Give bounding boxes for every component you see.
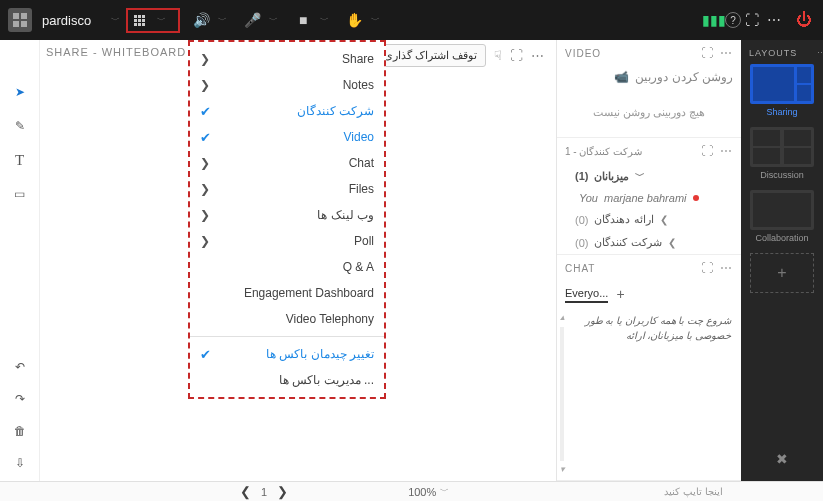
chevron-right-icon: ❯ xyxy=(198,182,212,196)
maximize-icon[interactable]: ⛶ xyxy=(701,261,714,275)
layout-collaboration-thumb[interactable] xyxy=(750,190,814,230)
pointer-icon[interactable]: ☟ xyxy=(494,48,502,63)
dd-label: Video xyxy=(222,130,374,144)
dd-label: Video Telephony xyxy=(222,312,374,326)
rectangle-tool[interactable]: ▭ xyxy=(10,184,30,204)
layouts-more-icon[interactable]: ⋯ xyxy=(817,48,823,58)
more-icon[interactable]: ⋯ xyxy=(720,261,733,275)
more-icon[interactable]: ⋯ xyxy=(720,46,733,60)
chevron-right-icon: ❯ xyxy=(198,52,212,66)
pencil-tool[interactable]: ✎ xyxy=(10,116,30,136)
chat-add-tab[interactable]: + xyxy=(616,286,624,302)
layouts-title: LAYOUTS xyxy=(749,48,797,58)
signal-icon[interactable]: ▮▮▮ xyxy=(703,12,725,28)
help-icon[interactable]: ? xyxy=(725,12,741,28)
brand-name[interactable]: pardisco xyxy=(42,13,91,28)
svg-rect-3 xyxy=(21,21,27,27)
check-icon: ✔ xyxy=(198,104,212,119)
stop-sharing-button[interactable]: توقف اشتراک گذاری xyxy=(375,44,486,67)
dd-poll[interactable]: ❯Poll xyxy=(190,228,384,254)
dd-label: Chat xyxy=(222,156,374,170)
dd-files[interactable]: ❯Files xyxy=(190,176,384,202)
hosts-count: (1) xyxy=(575,170,588,182)
chat-tab-everyone[interactable]: Everyo... xyxy=(565,285,608,303)
layout-sharing-thumb[interactable] xyxy=(750,64,814,104)
camera-chevron-icon[interactable]: ﹀ xyxy=(320,14,329,27)
whiteboard-title: SHARE - WHITEBOARD xyxy=(46,46,186,58)
dd-weblinks[interactable]: ❯وب لینک ها xyxy=(190,202,384,228)
dropdown-separator xyxy=(190,336,384,337)
layout-discussion-label[interactable]: Discussion xyxy=(760,170,804,180)
chat-scrollbar[interactable]: ▴▾ xyxy=(559,311,565,476)
turn-on-camera-button[interactable]: 📹 روشن کردن دوربین xyxy=(557,66,741,88)
hosts-row[interactable]: ﹀ میزبانان (1) xyxy=(557,164,741,188)
pods-menu-button[interactable]: ﹀ xyxy=(126,8,180,33)
participants-label: شرکت کنندگان xyxy=(594,236,661,249)
chat-title: CHAT xyxy=(565,263,695,274)
mic-icon[interactable]: 🎤 xyxy=(241,12,263,28)
speaker-chevron-icon[interactable]: ﹀ xyxy=(218,14,227,27)
page-number: 1 xyxy=(261,486,267,498)
layout-discussion-thumb[interactable] xyxy=(750,127,814,167)
dd-video[interactable]: ✔Video xyxy=(190,124,384,150)
video-panel: VIDEO ⛶ ⋯ 📹 روشن کردن دوربین هیچ دوربینی… xyxy=(557,40,741,138)
pods-chevron-icon: ﹀ xyxy=(157,14,166,27)
undo-icon[interactable]: ↶ xyxy=(10,357,30,377)
pods-dropdown: ❯Share ❯Notes ✔شرکت کنندگان ✔Video ❯Chat… xyxy=(188,40,386,399)
layout-sharing-label[interactable]: Sharing xyxy=(766,107,797,117)
layouts-settings-icon[interactable]: ✖ xyxy=(768,443,796,475)
user-you: You xyxy=(579,192,598,204)
next-page-button[interactable]: ❯ xyxy=(277,484,288,499)
trash-icon[interactable]: 🗑 xyxy=(10,421,30,441)
cam-on-label: روشن کردن دوربین xyxy=(635,70,733,84)
dd-change-layout[interactable]: ✔تغییر چیدمان باکس ها xyxy=(190,341,384,367)
layout-collaboration-label[interactable]: Collaboration xyxy=(755,233,808,243)
more-icon[interactable]: ⋯ xyxy=(720,144,733,158)
svg-rect-1 xyxy=(21,13,27,19)
participants-row[interactable]: ❯ شرکت کنندگان (0) xyxy=(557,231,741,254)
more-icon[interactable]: ⋯ xyxy=(763,12,785,28)
prev-page-button[interactable]: ❮ xyxy=(240,484,251,499)
text-tool[interactable]: T xyxy=(10,150,30,170)
zoom-value[interactable]: 100% xyxy=(408,486,436,498)
maximize-icon[interactable]: ⛶ xyxy=(510,48,523,63)
whiteboard-area[interactable]: SHARE - WHITEBOARD توقف اشتراک گذاری ☟ ⛶… xyxy=(40,40,556,481)
brand-chevron-icon[interactable]: ﹀ xyxy=(111,14,120,27)
camera-icon[interactable]: ■ xyxy=(292,12,314,28)
dd-manage-pods[interactable]: ❯مدیریت باکس ها ... xyxy=(190,367,384,393)
hand-icon[interactable]: ✋ xyxy=(343,12,365,28)
app-logo[interactable] xyxy=(8,8,32,32)
presenters-row[interactable]: ❯ ارائه دهندگان (0) xyxy=(557,208,741,231)
fullscreen-icon[interactable]: ⛶ xyxy=(741,12,763,28)
power-icon[interactable]: ⏻ xyxy=(793,11,815,29)
add-layout-button[interactable]: + xyxy=(750,253,814,293)
chevron-right-icon: ❯ xyxy=(198,78,212,92)
dd-share[interactable]: ❯Share xyxy=(190,46,384,72)
dd-label: Share xyxy=(222,52,374,66)
redo-icon[interactable]: ↷ xyxy=(10,389,30,409)
chevron-right-icon: ❯ xyxy=(198,208,212,222)
video-panel-title: VIDEO xyxy=(565,48,695,59)
dd-telephony[interactable]: ❯Video Telephony xyxy=(190,306,384,332)
dd-qa[interactable]: ❯Q & A xyxy=(190,254,384,280)
participant-user[interactable]: marjane bahrami You xyxy=(557,188,741,208)
export-icon[interactable]: ⇩ xyxy=(10,453,30,473)
dd-participants[interactable]: ✔شرکت کنندگان xyxy=(190,98,384,124)
chevron-right-icon: ❯ xyxy=(198,156,212,170)
speaker-icon[interactable]: 🔊 xyxy=(190,12,212,28)
dd-chat[interactable]: ❯Chat xyxy=(190,150,384,176)
hand-chevron-icon[interactable]: ﹀ xyxy=(371,14,380,27)
maximize-icon[interactable]: ⛶ xyxy=(701,144,714,158)
zoom-chevron-icon[interactable]: ﹀ xyxy=(440,485,449,498)
dd-engagement[interactable]: ❯Engagement Dashboard xyxy=(190,280,384,306)
right-panels: VIDEO ⛶ ⋯ 📹 روشن کردن دوربین هیچ دوربینی… xyxy=(556,40,741,481)
share-more-icon[interactable]: ⋯ xyxy=(531,48,544,63)
pointer-tool[interactable]: ➤ xyxy=(10,82,30,102)
maximize-icon[interactable]: ⛶ xyxy=(701,46,714,60)
chat-placeholder: شروع چت با همه کاربران یا به طور خصوصی ب… xyxy=(585,315,731,341)
layouts-sidebar: LAYOUTS ⋯ Sharing Discussion Collaborati… xyxy=(741,40,823,481)
type-here-hint[interactable]: اینجا تایپ کنید xyxy=(664,486,723,497)
dd-notes[interactable]: ❯Notes xyxy=(190,72,384,98)
dd-label: Files xyxy=(222,182,374,196)
mic-chevron-icon[interactable]: ﹀ xyxy=(269,14,278,27)
